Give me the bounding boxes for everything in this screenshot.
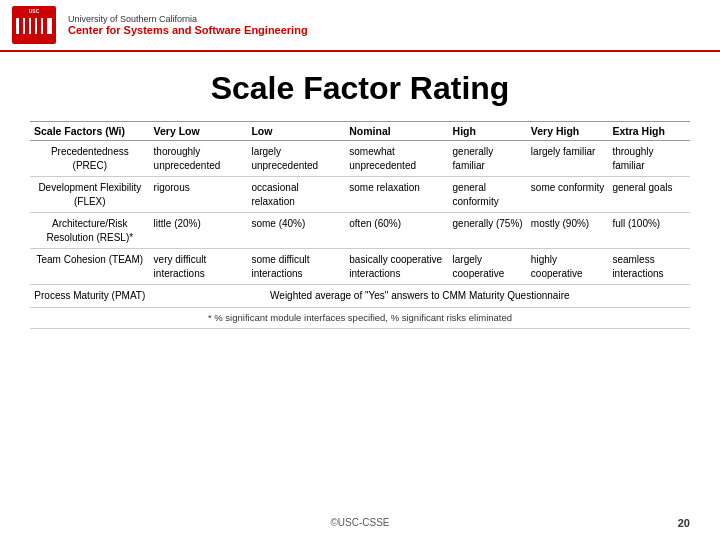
rating-cell: full (100%): [608, 213, 690, 249]
page-footer: ©USC-CSSE 20: [0, 517, 720, 528]
rating-cell: rigorous: [150, 177, 248, 213]
rating-cell: occasional relaxation: [247, 177, 345, 213]
rating-cell: generally familiar: [449, 141, 527, 177]
table-row: Architecture/Risk Resolution (RESL)*litt…: [30, 213, 690, 249]
col-header-vhigh: Very High: [527, 122, 609, 141]
table-container: Scale Factors (Wi) Very Low Low Nominal …: [0, 117, 720, 329]
svg-rect-8: [16, 34, 52, 38]
col-header-vlow: Very Low: [150, 122, 248, 141]
svg-rect-7: [16, 14, 52, 18]
col-header-low: Low: [247, 122, 345, 141]
rating-cell: some difficult interactions: [247, 249, 345, 285]
copyright-text: ©USC-CSSE: [330, 517, 389, 528]
col-header-factor: Scale Factors (Wi): [30, 122, 150, 141]
factor-cell: Precedentedness (PREC): [30, 141, 150, 177]
factor-cell: Team Cohesion (TEAM): [30, 249, 150, 285]
page-title: Scale Factor Rating: [0, 70, 720, 107]
svg-rect-6: [43, 18, 47, 34]
rating-cell: seamless interactions: [608, 249, 690, 285]
rating-cell: very difficult interactions: [150, 249, 248, 285]
rating-cell: some conformity: [527, 177, 609, 213]
footnote-text: * % significant module interfaces specif…: [30, 307, 690, 329]
scale-factor-table: Scale Factors (Wi) Very Low Low Nominal …: [30, 121, 690, 329]
col-header-nominal: Nominal: [345, 122, 448, 141]
rating-cell: somewhat unprecedented: [345, 141, 448, 177]
factor-cell: Architecture/Risk Resolution (RESL)*: [30, 213, 150, 249]
table-header-row: Scale Factors (Wi) Very Low Low Nominal …: [30, 122, 690, 141]
rating-cell: basically cooperative interactions: [345, 249, 448, 285]
title-section: Scale Factor Rating: [0, 52, 720, 117]
footnote-row: * % significant module interfaces specif…: [30, 307, 690, 329]
table-row: Precedentedness (PREC)thoroughly unprece…: [30, 141, 690, 177]
center-name: Center for Systems and Software Engineer…: [68, 24, 308, 36]
rating-cell: largely unprecedented: [247, 141, 345, 177]
col-header-high: High: [449, 122, 527, 141]
rating-cell: generally (75%): [449, 213, 527, 249]
rating-cell: largely cooperative: [449, 249, 527, 285]
rating-cell: highly cooperative: [527, 249, 609, 285]
logo-block: USC: [12, 6, 56, 44]
svg-rect-3: [25, 18, 29, 34]
rating-cell: little (20%): [150, 213, 248, 249]
pmat-row: Process Maturity (PMAT)Weighted average …: [30, 285, 690, 308]
pmat-factor-cell: Process Maturity (PMAT): [30, 285, 150, 308]
rating-cell: some (40%): [247, 213, 345, 249]
rating-cell: general conformity: [449, 177, 527, 213]
col-header-ehigh: Extra High: [608, 122, 690, 141]
svg-text:USC: USC: [29, 8, 40, 14]
rating-cell: general goals: [608, 177, 690, 213]
rating-cell: thoroughly unprecedented: [150, 141, 248, 177]
pmat-note-cell: Weighted average of "Yes" answers to CMM…: [150, 285, 690, 308]
rating-cell: throughly familiar: [608, 141, 690, 177]
university-name: University of Southern California: [68, 14, 308, 24]
svg-rect-4: [31, 18, 35, 34]
svg-rect-5: [37, 18, 41, 34]
factor-cell: Development Flexibility (FLEX): [30, 177, 150, 213]
rating-cell: often (60%): [345, 213, 448, 249]
table-row: Development Flexibility (FLEX)rigorousoc…: [30, 177, 690, 213]
page-number: 20: [678, 517, 690, 529]
table-row: Team Cohesion (TEAM)very difficult inter…: [30, 249, 690, 285]
rating-cell: some relaxation: [345, 177, 448, 213]
header-text: University of Southern California Center…: [68, 14, 308, 36]
rating-cell: largely familiar: [527, 141, 609, 177]
usc-logo-icon: USC: [12, 6, 56, 44]
svg-rect-2: [19, 18, 23, 34]
header: USC University of Southern California Ce…: [0, 0, 720, 52]
rating-cell: mostly (90%): [527, 213, 609, 249]
